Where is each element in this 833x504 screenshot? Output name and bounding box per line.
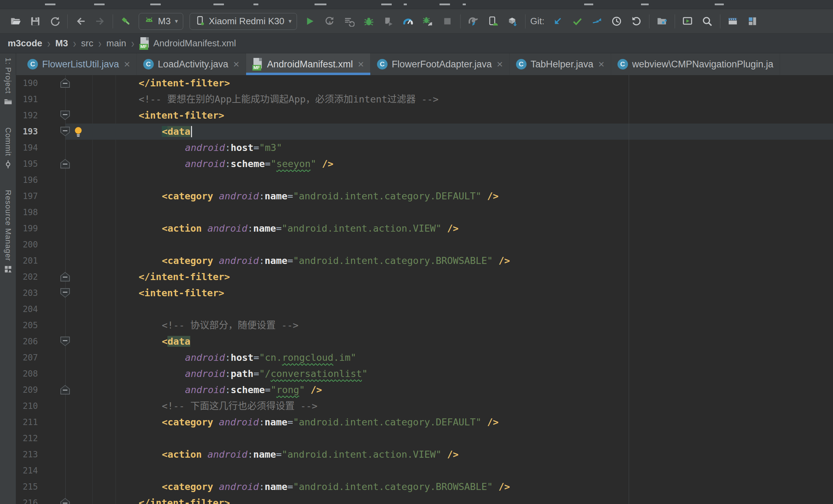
tab-label: LoadActivity.java [158,59,229,70]
close-tab-icon[interactable]: × [358,59,364,69]
tool-stripe-item-1-project[interactable]: 1: Project [4,58,13,106]
fold-marker-icon[interactable] [60,272,70,281]
breadcrumb-item-androidmanifest-xml[interactable]: MFAndroidManifest.xml [139,37,236,50]
tool-window-stripe: 1: ProjectCommitResource Manager [0,53,16,504]
save-all-button[interactable] [25,13,45,30]
menu-bar[interactable] [0,0,833,9]
run-button[interactable] [300,13,320,30]
line-number[interactable]: 204 [16,301,38,317]
git-history-icon [611,16,622,27]
run-anything-button[interactable] [678,13,698,30]
device-manager-button[interactable] [483,13,503,30]
intention-bulb-icon[interactable] [72,125,84,139]
git-push-button[interactable] [587,13,607,30]
open-icon [10,16,21,27]
sync-button[interactable] [45,13,65,30]
apply-changes-button[interactable]: A [320,13,339,30]
token-eq: = [287,417,293,427]
fold-marker-icon[interactable] [60,385,70,394]
breadcrumb-item-m3code[interactable]: m3code [8,38,42,49]
android-head-icon [144,15,154,27]
line-number[interactable]: 212 [16,430,38,446]
breadcrumb-item-main[interactable]: main [106,38,126,49]
close-tab-icon[interactable]: × [497,59,503,69]
code-line: 213<action android:name="android.intent.… [16,446,833,463]
back-button[interactable] [71,13,90,30]
git-update-button[interactable] [548,13,568,30]
sdk-manager-button[interactable] [503,13,522,30]
token-attr: name [265,191,287,201]
token-tag: /> [498,255,510,266]
git-history-button[interactable] [607,13,627,30]
fold-marker-icon[interactable] [60,127,70,136]
editor-tab-bar: CFlowerListUtil.java×CLoadActivity.java×… [16,53,833,75]
token-attr: host [231,352,253,363]
code-line: 194android:host="m3" [16,140,833,156]
line-number[interactable]: 196 [16,172,38,188]
line-number[interactable]: 198 [16,204,38,220]
gradle-sync-button[interactable] [463,13,483,30]
search-everywhere-button[interactable] [698,13,717,30]
token-plain [213,255,219,266]
git-rollback-button[interactable] [627,13,646,30]
profiler-button[interactable] [398,13,418,30]
run-coverage-button[interactable] [379,13,398,30]
close-tab-icon[interactable]: × [233,59,239,69]
git-commit-button[interactable] [568,13,587,30]
tool-stripe-item-commit[interactable]: Commit [4,127,13,169]
token-ns: android [207,449,247,460]
editor-tab-androidmanifest-xml[interactable]: MFAndroidManifest.xml× [246,53,371,75]
layout-validation-button[interactable] [723,13,743,30]
token-str: "android.intent.category.DEFAULT" [293,417,481,427]
breadcrumb-item-m3[interactable]: M3 [55,38,68,49]
open-button[interactable] [6,13,25,30]
fold-marker-icon[interactable] [60,78,70,88]
close-tab-icon[interactable]: × [124,59,130,69]
sdk-manager-icon [507,16,518,27]
line-number[interactable]: 200 [16,237,38,253]
code-line: 197<category android:name="android.inten… [16,188,833,204]
token-str: " [271,158,276,169]
fold-marker-icon[interactable] [60,111,70,120]
apply-code-changes-button[interactable] [339,13,359,30]
code-editor[interactable]: 190</intent-filter>191<!-- 要想在别的App上能成功调… [16,75,833,504]
main-toolbar: M3▾Xiaomi Redmi K30▾AGit: [0,9,833,34]
editor-tab-flowerfootadapter-java[interactable]: CFlowerFootAdapter.java× [371,53,510,75]
fold-marker-icon[interactable] [60,159,70,168]
token-plain [213,191,219,201]
forward-button[interactable] [90,13,110,30]
code-line: 200 [16,237,833,253]
project-structure-button[interactable] [652,13,672,30]
fold-marker-icon[interactable] [60,288,70,298]
editor-tab-loadactivity-java[interactable]: CLoadActivity.java× [137,53,246,75]
token-plain [442,449,447,460]
manifest-icon-badge: MF [139,44,148,49]
resource-manager-icon [4,265,13,274]
fold-marker-icon[interactable] [60,337,70,346]
menu-item-remnant [584,4,593,5]
debug-button[interactable] [359,13,379,30]
close-tab-icon[interactable]: × [598,59,604,69]
attach-debugger-button[interactable] [418,13,438,30]
tool-stripe-item-resource-manager[interactable]: Resource Manager [4,190,13,274]
editor-tab-flowerlistutil-java[interactable]: CFlowerListUtil.java× [21,53,137,75]
layout-inspector-button[interactable] [743,13,762,30]
editor-tab-webview-cmpnavigationplugin-ja[interactable]: Cwebview\CMPNavigationPlugin.ja [611,53,780,75]
breadcrumb-label: m3code [8,38,42,49]
run-anything-icon [682,16,693,27]
code-line: 192<intent-filter> [16,107,833,124]
token-ns: android [185,384,225,395]
editor-area: CFlowerListUtil.java×CLoadActivity.java×… [16,53,833,504]
device-select[interactable]: Xiaomi Redmi K30▾ [190,13,297,30]
stop-button[interactable] [438,13,457,30]
token-tag: /> [487,191,499,201]
run-configuration-select[interactable]: M3▾ [139,13,183,30]
code-text: <intent-filter> [16,285,833,301]
breadcrumb-item-src[interactable]: src [81,38,93,49]
breadcrumb-label: main [106,38,126,49]
build-hammer-button[interactable] [116,13,135,30]
fold-marker-icon[interactable] [60,498,70,504]
editor-tab-tabhelper-java[interactable]: CTabHelper.java× [510,53,611,75]
token-eq: = [265,384,271,395]
line-number[interactable]: 214 [16,463,38,479]
